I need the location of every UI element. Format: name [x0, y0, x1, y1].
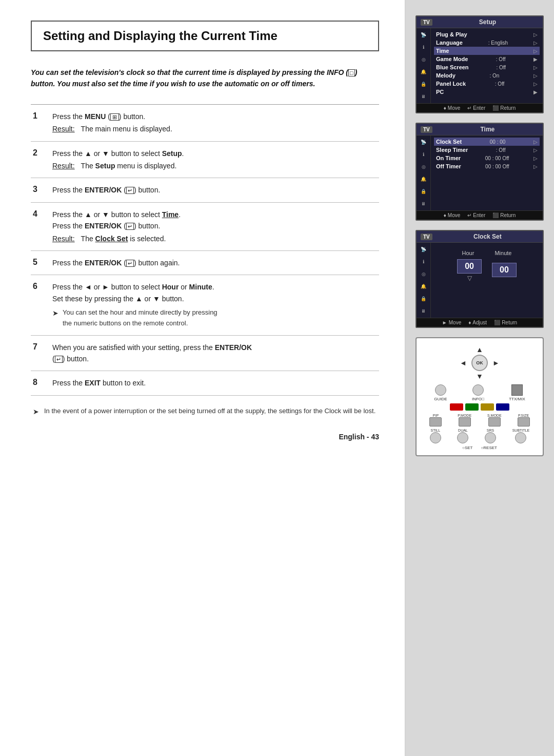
- step-number-7: 7: [33, 342, 44, 352]
- remote-set-label[interactable]: ○SET: [462, 445, 472, 450]
- setup-panel-footer: ♦ Move ↵ Enter ⬛ Return: [417, 103, 543, 112]
- remote-red-btn[interactable]: [450, 403, 463, 411]
- minute-value: 00: [492, 263, 517, 277]
- step-2: 2 Press the ▲ or ▼ button to select Setu…: [31, 142, 379, 179]
- remote-pmode-group: P.MODE: [458, 414, 471, 427]
- remote-psize-btn[interactable]: [518, 417, 530, 427]
- page-title: Setting and Displaying the Current Time: [43, 29, 367, 43]
- remote-panel: ▲ ◄ OK ► ▼ GUIDE INFO□: [416, 337, 544, 456]
- remote-yellow-btn[interactable]: [481, 403, 494, 411]
- clock-icons-col: 📡 ℹ ◎ 🔔 🔒 🖥: [417, 243, 431, 318]
- setup-menu-col: Plug & Play ▷ Language : English ▷ Time …: [431, 28, 543, 103]
- step-number-3: 3: [33, 185, 44, 194]
- footer-enter-2: ↵ Enter: [467, 212, 485, 218]
- setup-icons-col: 📡 ℹ ◎ 🔔 🔒 🖥: [417, 28, 431, 103]
- result-text-2: The Setup menu is displayed.: [81, 160, 177, 171]
- remote-blue-btn[interactable]: [496, 403, 509, 411]
- step-number-5: 5: [33, 258, 44, 267]
- icon-bell-2: 🔔: [419, 175, 429, 184]
- remote-row-still: STILL DUAL SRS SUBTITLE: [422, 429, 538, 443]
- title-box: Setting and Displaying the Current Time: [31, 21, 379, 51]
- tv-label-3: TV: [421, 234, 432, 240]
- menu-plug-play: Plug & Play ▷: [434, 30, 540, 38]
- menu-blue-screen: Blue Screen : Off ▷: [434, 63, 540, 71]
- footer-return-1: ⬛ Return: [492, 105, 516, 111]
- footer-move-1: ♦ Move: [444, 105, 461, 111]
- remote-reset-label[interactable]: ○RESET: [481, 445, 497, 450]
- step-3: 3 Press the ENTER/OK (↵) button.: [31, 178, 379, 202]
- remote-smode-label: S.MODE: [487, 414, 502, 417]
- remote-srs-group: SRS: [485, 429, 496, 443]
- time-panel-footer: ♦ Move ↵ Enter ⬛ Return: [417, 210, 543, 220]
- icon-info: ℹ: [419, 43, 429, 52]
- clock-set-panel: TV Clock Set 📡 ℹ ◎ 🔔 🔒 🖥 Hour Minute: [416, 230, 544, 328]
- remote-row-guide: GUIDE INFO□ TTX/MIX: [422, 384, 538, 401]
- step-content-2: Press the ▲ or ▼ button to select Setup.…: [52, 148, 377, 172]
- step-4: 4 Press the ▲ or ▼ button to select Time…: [31, 203, 379, 251]
- steps-list: 1 Press the MENU (⊞) button. Result: The…: [31, 104, 379, 396]
- time-panel-body: 📡 ℹ ◎ 🔔 🔒 🖥 Clock Set 00 : 00 ▷ Sleep Ti…: [417, 135, 543, 210]
- icon-info-2: ℹ: [419, 150, 429, 159]
- footer-note: ➤ In the event of a power interruption o…: [31, 406, 379, 417]
- remote-pip-btn[interactable]: [429, 417, 442, 427]
- result-text-1: The main menu is displayed.: [81, 123, 172, 134]
- remote-still-label: STILL: [430, 429, 441, 432]
- remote-subtitle-btn[interactable]: [515, 432, 526, 443]
- remote-smode-btn[interactable]: [488, 417, 501, 427]
- clock-set-panel-footer: ► Move ♦ Adjust ⬛ Return: [417, 318, 543, 327]
- tv-label-2: TV: [421, 126, 432, 133]
- remote-info-group: INFO□: [472, 384, 484, 401]
- icon-antenna: 📡: [419, 30, 429, 40]
- remote-srs-btn[interactable]: [485, 432, 496, 443]
- page-number: English - 43: [339, 433, 379, 441]
- remote-ok[interactable]: OK: [471, 355, 488, 371]
- icon-pc-3: 🖥: [419, 306, 429, 316]
- footer-return-2: ⬛ Return: [492, 212, 516, 218]
- remote-still-group: STILL: [430, 429, 441, 443]
- footer-adjust-3: ♦ Adjust: [468, 320, 487, 325]
- footer-return-3: ⬛ Return: [494, 320, 517, 325]
- step-content-4: Press the ▲ or ▼ button to select Time. …: [52, 209, 377, 244]
- remote-up[interactable]: ▲: [476, 345, 483, 354]
- hour-down-arrow: ▽: [457, 275, 482, 282]
- step-number-2: 2: [33, 148, 44, 158]
- step-number-4: 4: [33, 209, 44, 219]
- icon-circle-3: ◎: [419, 269, 429, 279]
- remote-smode-group: S.MODE: [487, 414, 502, 427]
- tv-label-1: TV: [421, 19, 432, 26]
- remote-left[interactable]: ◄: [460, 359, 467, 367]
- remote-dual-btn[interactable]: [457, 432, 468, 443]
- menu-clock-set: Clock Set 00 : 00 ▷: [434, 138, 540, 146]
- icon-bell: 🔔: [419, 67, 429, 76]
- time-panel-title: Time: [437, 126, 539, 133]
- icon-pc-2: 🖥: [419, 199, 429, 208]
- menu-game-mode: Game Mode : Off ▶: [434, 55, 540, 63]
- remote-info-btn[interactable]: [472, 384, 484, 396]
- right-sidebar: TV Setup 📡 ℹ ◎ 🔔 🔒 🖥 Plug & Play ▷: [405, 0, 554, 756]
- hour-label: Hour: [462, 250, 474, 256]
- sub-note-arrow: ➤: [52, 307, 58, 319]
- icon-antenna-3: 📡: [419, 245, 429, 254]
- step-content-6: Press the ◄ or ► button to select Hour o…: [52, 281, 377, 328]
- menu-on-timer: On Timer 00 : 00 Off ▷: [434, 154, 540, 162]
- icon-circle-2: ◎: [419, 162, 429, 171]
- remote-pmode-btn[interactable]: [459, 417, 471, 427]
- intro-paragraph: You can set the television's clock so th…: [31, 67, 379, 90]
- remote-green-btn[interactable]: [465, 403, 479, 411]
- minute-label: Minute: [494, 250, 511, 256]
- remote-info-label: INFO□: [472, 397, 484, 401]
- step-7: 7 When you are satisfied with your setti…: [31, 336, 379, 372]
- remote-dual-label: DUAL: [457, 429, 468, 432]
- page-container: Setting and Displaying the Current Time …: [0, 0, 554, 756]
- remote-down[interactable]: ▼: [476, 372, 483, 380]
- remote-right[interactable]: ►: [492, 359, 500, 367]
- step-8: 8 Press the EXIT button to exit.: [31, 371, 379, 395]
- remote-ttx-btn[interactable]: [511, 384, 523, 396]
- result-label-4: Result:: [52, 233, 75, 244]
- footer-note-text: In the event of a power interruption or …: [44, 406, 375, 416]
- result-text-4: The Clock Set is selected.: [81, 233, 166, 244]
- step-number-8: 8: [33, 378, 44, 387]
- remote-still-btn[interactable]: [430, 432, 441, 443]
- remote-guide-btn[interactable]: [435, 384, 446, 396]
- icon-antenna-2: 📡: [419, 138, 429, 147]
